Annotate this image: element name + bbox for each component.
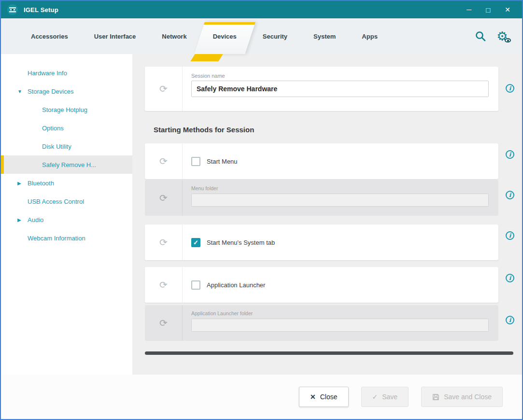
save-and-close-button: Save and Close xyxy=(421,387,503,407)
sidebar-item-storage-devices[interactable]: ▼ Storage Devices xyxy=(1,82,132,100)
menu-folder-label: Menu folder xyxy=(191,185,489,191)
sidebar-item-disk-utility[interactable]: Disk Utility xyxy=(1,137,132,155)
horizontal-scrollbar[interactable] xyxy=(145,351,513,355)
info-icon[interactable]: i xyxy=(506,274,514,282)
sidebar-item-webcam-information[interactable]: Webcam Information xyxy=(1,229,132,247)
info-icon[interactable]: i xyxy=(506,316,514,324)
reset-icon: ⟳ xyxy=(145,180,183,216)
menu-folder-row: ⟳ Menu folder i xyxy=(145,180,515,216)
section-heading: Starting Methods for Session xyxy=(154,126,515,134)
system-tab-label: Start Menu's System tab xyxy=(207,239,275,246)
settings-panel: ⟳ Session name i Starting Methods for Se… xyxy=(132,54,522,375)
info-icon[interactable]: i xyxy=(506,84,514,93)
application-launcher-folder-label: Application Launcher folder xyxy=(191,310,489,316)
system-tab-row: ⟳ ✓ Start Menu's System tab i xyxy=(145,224,515,260)
start-menu-checkbox[interactable] xyxy=(191,157,200,166)
application-launcher-label: Application Launcher xyxy=(207,281,265,289)
check-icon: ✓ xyxy=(193,239,198,246)
start-menu-card: ⟳ Start Menu xyxy=(145,143,498,179)
search-icon[interactable] xyxy=(475,30,486,42)
application-launcher-folder-card: ⟳ Application Launcher folder xyxy=(145,305,498,341)
tab-accessories[interactable]: Accessories xyxy=(29,18,70,54)
info-icon[interactable]: i xyxy=(506,150,514,159)
app-window: { "window": { "title": "IGEL Setup", "co… xyxy=(0,0,523,420)
igel-logo-icon xyxy=(7,4,18,15)
reset-icon[interactable]: ⟳ xyxy=(145,267,183,303)
system-tab-card: ⟳ ✓ Start Menu's System tab xyxy=(145,224,498,260)
close-icon: ✕ xyxy=(310,393,316,401)
session-name-label: Session name xyxy=(191,73,489,79)
application-launcher-card: ⟳ Application Launcher xyxy=(145,267,498,303)
info-icon[interactable]: i xyxy=(506,231,514,240)
check-icon: ✓ xyxy=(372,393,378,401)
menu-folder-input xyxy=(191,194,489,207)
chevron-right-icon[interactable]: ▶ xyxy=(17,181,21,186)
save-button: ✓ Save xyxy=(361,387,409,407)
title-bar: IGEL Setup ─ □ ✕ xyxy=(1,1,522,18)
maximize-button[interactable]: □ xyxy=(486,6,490,14)
application-launcher-folder-input xyxy=(191,319,489,332)
session-name-card: ⟳ Session name xyxy=(145,67,498,111)
tab-network[interactable]: Network xyxy=(160,18,188,54)
tab-user-interface[interactable]: User Interface xyxy=(92,18,138,54)
tab-apps[interactable]: Apps xyxy=(360,18,380,54)
info-icon[interactable]: i xyxy=(506,191,514,199)
menu-folder-card: ⟳ Menu folder xyxy=(145,180,498,216)
reset-icon[interactable]: ⟳ xyxy=(145,67,183,111)
footer-bar: ✕ Close ✓ Save Save and Close xyxy=(1,375,522,419)
sidebar-nav: Hardware Info ▼ Storage Devices Storage … xyxy=(1,54,132,375)
reset-icon: ⟳ xyxy=(145,305,183,341)
chevron-right-icon[interactable]: ▶ xyxy=(17,217,21,223)
sidebar-item-safely-remove-hardware[interactable]: Safely Remove H... xyxy=(1,155,132,174)
sidebar-item-storage-hotplug[interactable]: Storage Hotplug xyxy=(1,100,132,119)
application-launcher-folder-row: ⟳ Application Launcher folder i xyxy=(145,305,515,341)
sidebar-item-hardware-info[interactable]: Hardware Info xyxy=(1,64,132,82)
sidebar-item-bluetooth[interactable]: ▶ Bluetooth xyxy=(1,174,132,192)
sidebar-item-audio[interactable]: ▶ Audio xyxy=(1,210,132,229)
reset-icon[interactable]: ⟳ xyxy=(145,143,183,179)
session-name-row: ⟳ Session name i xyxy=(145,67,515,111)
close-button[interactable]: ✕ Close xyxy=(299,387,349,407)
floppy-disk-icon xyxy=(432,393,439,401)
application-launcher-row: ⟳ Application Launcher i xyxy=(145,267,515,303)
chevron-down-icon[interactable]: ▼ xyxy=(17,89,22,94)
tab-bar: Accessories User Interface Network Devic… xyxy=(1,18,522,54)
gear-eye-icon[interactable]: ⚙ xyxy=(495,29,509,43)
sidebar-item-options[interactable]: Options xyxy=(1,119,132,137)
application-launcher-checkbox[interactable] xyxy=(191,280,200,290)
tab-security[interactable]: Security xyxy=(261,18,289,54)
eye-icon xyxy=(505,38,511,42)
window-controls: ─ □ ✕ xyxy=(466,6,516,14)
sidebar-item-usb-access-control[interactable]: USB Access Control xyxy=(1,192,132,210)
system-tab-checkbox[interactable]: ✓ xyxy=(191,238,200,247)
window-title: IGEL Setup xyxy=(24,6,58,14)
tab-system[interactable]: System xyxy=(311,18,338,54)
reset-icon[interactable]: ⟳ xyxy=(145,224,183,260)
start-menu-row: ⟳ Start Menu i xyxy=(145,143,515,179)
tab-devices[interactable]: Devices xyxy=(211,18,239,54)
content-layout: Hardware Info ▼ Storage Devices Storage … xyxy=(1,54,522,375)
minimize-button[interactable]: ─ xyxy=(466,6,471,13)
start-menu-label: Start Menu xyxy=(207,158,238,165)
session-name-input[interactable] xyxy=(191,81,489,97)
tabbar-icons: ⚙ xyxy=(475,18,509,54)
close-window-button[interactable]: ✕ xyxy=(505,6,510,13)
